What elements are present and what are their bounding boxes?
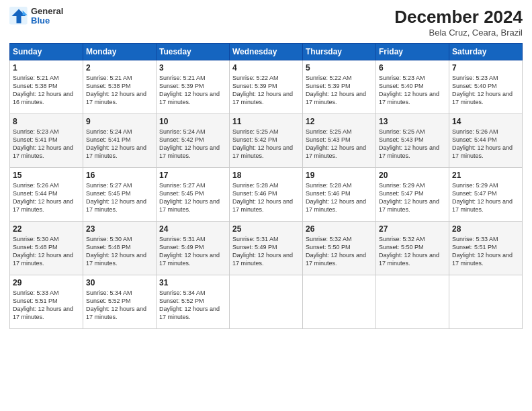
day-number: 5 — [306, 63, 373, 73]
day-number: 14 — [452, 117, 519, 126]
day-number: 13 — [379, 117, 446, 126]
calendar-cell: 12Sunrise: 5:25 AMSunset: 5:43 PMDayligh… — [303, 114, 376, 168]
weekday-header: Tuesday — [157, 44, 230, 60]
day-number: 29 — [13, 278, 80, 287]
calendar-cell: 24Sunrise: 5:31 AMSunset: 5:49 PMDayligh… — [157, 222, 230, 275]
day-info: Sunrise: 5:23 AMSunset: 5:40 PMDaylight:… — [452, 74, 519, 107]
title-block: December 2024 Bela Cruz, Ceara, Brazil — [394, 7, 523, 38]
calendar-cell — [449, 275, 523, 329]
calendar-cell: 29Sunrise: 5:33 AMSunset: 5:51 PMDayligh… — [10, 275, 83, 329]
day-number: 17 — [159, 171, 226, 180]
day-info: Sunrise: 5:34 AMSunset: 5:52 PMDaylight:… — [86, 289, 153, 322]
calendar-cell: 6Sunrise: 5:23 AMSunset: 5:40 PMDaylight… — [376, 60, 449, 114]
calendar-cell: 13Sunrise: 5:25 AMSunset: 5:43 PMDayligh… — [376, 114, 449, 168]
logo-blue: Blue — [31, 16, 63, 26]
day-number: 15 — [13, 171, 80, 180]
calendar-cell — [376, 275, 449, 329]
calendar-cell: 25Sunrise: 5:31 AMSunset: 5:49 PMDayligh… — [230, 222, 303, 275]
calendar-cell: 7Sunrise: 5:23 AMSunset: 5:40 PMDaylight… — [449, 60, 523, 114]
calendar-cell: 23Sunrise: 5:30 AMSunset: 5:48 PMDayligh… — [83, 222, 157, 275]
day-info: Sunrise: 5:23 AMSunset: 5:40 PMDaylight:… — [379, 74, 446, 107]
calendar-cell: 10Sunrise: 5:24 AMSunset: 5:42 PMDayligh… — [157, 114, 230, 168]
day-info: Sunrise: 5:29 AMSunset: 5:47 PMDaylight:… — [379, 181, 446, 214]
calendar-cell: 26Sunrise: 5:32 AMSunset: 5:50 PMDayligh… — [303, 222, 376, 275]
day-number: 22 — [13, 224, 80, 234]
day-number: 21 — [452, 171, 519, 180]
day-number: 4 — [232, 63, 300, 73]
day-info: Sunrise: 5:28 AMSunset: 5:46 PMDaylight:… — [232, 181, 300, 214]
calendar-cell: 5Sunrise: 5:22 AMSunset: 5:39 PMDaylight… — [303, 60, 376, 114]
calendar-cell: 21Sunrise: 5:29 AMSunset: 5:47 PMDayligh… — [449, 168, 523, 222]
day-info: Sunrise: 5:33 AMSunset: 5:51 PMDaylight:… — [452, 235, 519, 268]
weekday-header: Monday — [83, 44, 157, 60]
day-number: 23 — [86, 224, 153, 234]
calendar-cell: 4Sunrise: 5:22 AMSunset: 5:39 PMDaylight… — [230, 60, 303, 114]
logo-text: General Blue — [31, 7, 63, 26]
day-info: Sunrise: 5:32 AMSunset: 5:50 PMDaylight:… — [306, 235, 373, 268]
day-number: 16 — [86, 171, 153, 180]
calendar-cell: 1Sunrise: 5:21 AMSunset: 5:38 PMDaylight… — [10, 60, 83, 114]
day-number: 24 — [159, 224, 226, 234]
day-info: Sunrise: 5:30 AMSunset: 5:48 PMDaylight:… — [86, 235, 153, 268]
day-info: Sunrise: 5:32 AMSunset: 5:50 PMDaylight:… — [379, 235, 446, 268]
day-number: 2 — [86, 63, 153, 73]
day-info: Sunrise: 5:21 AMSunset: 5:38 PMDaylight:… — [13, 74, 80, 107]
day-info: Sunrise: 5:25 AMSunset: 5:43 PMDaylight:… — [379, 128, 446, 161]
calendar-cell: 18Sunrise: 5:28 AMSunset: 5:46 PMDayligh… — [230, 168, 303, 222]
day-info: Sunrise: 5:31 AMSunset: 5:49 PMDaylight:… — [232, 235, 300, 268]
calendar-cell: 3Sunrise: 5:21 AMSunset: 5:39 PMDaylight… — [157, 60, 230, 114]
day-number: 27 — [379, 224, 446, 234]
day-info: Sunrise: 5:24 AMSunset: 5:42 PMDaylight:… — [159, 128, 226, 161]
calendar-cell: 28Sunrise: 5:33 AMSunset: 5:51 PMDayligh… — [449, 222, 523, 275]
calendar-header-row: SundayMondayTuesdayWednesdayThursdayFrid… — [10, 44, 523, 60]
day-number: 30 — [86, 278, 153, 287]
logo-icon — [9, 7, 28, 26]
calendar-cell: 31Sunrise: 5:34 AMSunset: 5:52 PMDayligh… — [157, 275, 230, 329]
day-info: Sunrise: 5:26 AMSunset: 5:44 PMDaylight:… — [452, 128, 519, 161]
day-number: 18 — [232, 171, 300, 180]
weekday-header: Thursday — [303, 44, 376, 60]
calendar-week-row: 15Sunrise: 5:26 AMSunset: 5:44 PMDayligh… — [10, 168, 523, 222]
calendar-cell: 15Sunrise: 5:26 AMSunset: 5:44 PMDayligh… — [10, 168, 83, 222]
calendar-week-row: 22Sunrise: 5:30 AMSunset: 5:48 PMDayligh… — [10, 222, 523, 275]
logo-general: General — [31, 7, 63, 16]
weekday-header: Saturday — [449, 44, 523, 60]
day-info: Sunrise: 5:33 AMSunset: 5:51 PMDaylight:… — [13, 289, 80, 322]
calendar-cell — [303, 275, 376, 329]
calendar-cell: 8Sunrise: 5:23 AMSunset: 5:41 PMDaylight… — [10, 114, 83, 168]
header: General Blue December 2024 Bela Cruz, Ce… — [9, 7, 523, 38]
day-info: Sunrise: 5:27 AMSunset: 5:45 PMDaylight:… — [86, 181, 153, 214]
calendar-cell: 27Sunrise: 5:32 AMSunset: 5:50 PMDayligh… — [376, 222, 449, 275]
day-number: 20 — [379, 171, 446, 180]
weekday-header: Wednesday — [230, 44, 303, 60]
day-info: Sunrise: 5:22 AMSunset: 5:39 PMDaylight:… — [232, 74, 300, 107]
calendar-week-row: 29Sunrise: 5:33 AMSunset: 5:51 PMDayligh… — [10, 275, 523, 329]
day-number: 7 — [452, 63, 519, 73]
day-info: Sunrise: 5:25 AMSunset: 5:43 PMDaylight:… — [306, 128, 373, 161]
day-info: Sunrise: 5:31 AMSunset: 5:49 PMDaylight:… — [159, 235, 226, 268]
calendar-cell: 20Sunrise: 5:29 AMSunset: 5:47 PMDayligh… — [376, 168, 449, 222]
calendar-cell: 11Sunrise: 5:25 AMSunset: 5:42 PMDayligh… — [230, 114, 303, 168]
day-info: Sunrise: 5:26 AMSunset: 5:44 PMDaylight:… — [13, 181, 80, 214]
day-info: Sunrise: 5:21 AMSunset: 5:39 PMDaylight:… — [159, 74, 226, 107]
day-info: Sunrise: 5:28 AMSunset: 5:46 PMDaylight:… — [306, 181, 373, 214]
day-info: Sunrise: 5:34 AMSunset: 5:52 PMDaylight:… — [159, 289, 226, 322]
calendar-cell: 19Sunrise: 5:28 AMSunset: 5:46 PMDayligh… — [303, 168, 376, 222]
day-number: 6 — [379, 63, 446, 73]
weekday-header: Friday — [376, 44, 449, 60]
day-number: 1 — [13, 63, 80, 73]
calendar-cell: 16Sunrise: 5:27 AMSunset: 5:45 PMDayligh… — [83, 168, 157, 222]
day-info: Sunrise: 5:30 AMSunset: 5:48 PMDaylight:… — [13, 235, 80, 268]
calendar-cell: 2Sunrise: 5:21 AMSunset: 5:38 PMDaylight… — [83, 60, 157, 114]
calendar-cell: 17Sunrise: 5:27 AMSunset: 5:45 PMDayligh… — [157, 168, 230, 222]
day-number: 10 — [159, 117, 226, 126]
calendar-week-row: 1Sunrise: 5:21 AMSunset: 5:38 PMDaylight… — [10, 60, 523, 114]
calendar-cell: 22Sunrise: 5:30 AMSunset: 5:48 PMDayligh… — [10, 222, 83, 275]
day-info: Sunrise: 5:27 AMSunset: 5:45 PMDaylight:… — [159, 181, 226, 214]
day-info: Sunrise: 5:22 AMSunset: 5:39 PMDaylight:… — [306, 74, 373, 107]
day-info: Sunrise: 5:21 AMSunset: 5:38 PMDaylight:… — [86, 74, 153, 107]
calendar: SundayMondayTuesdayWednesdayThursdayFrid… — [9, 43, 523, 329]
day-number: 3 — [159, 63, 226, 73]
day-number: 9 — [86, 117, 153, 126]
day-number: 8 — [13, 117, 80, 126]
